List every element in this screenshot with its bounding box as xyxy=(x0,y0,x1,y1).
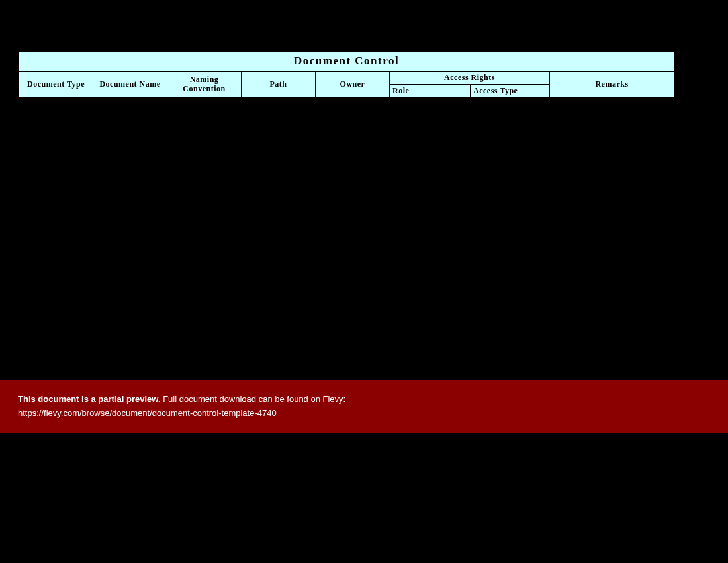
banner-link[interactable]: https://flevy.com/browse/document/docume… xyxy=(18,408,277,418)
banner-bold-text: This document is a partial preview. xyxy=(18,394,161,404)
col-document-name: Document Name xyxy=(93,72,167,97)
col-remarks: Remarks xyxy=(550,72,674,97)
banner-line-1: This document is a partial preview. Full… xyxy=(18,394,728,404)
banner-rest-text: Full document download can be found on F… xyxy=(161,394,346,404)
header-row-1: Document Type Document Name Naming Conve… xyxy=(19,72,674,84)
banner-line-2: https://flevy.com/browse/document/docume… xyxy=(18,408,728,418)
preview-banner: This document is a partial preview. Full… xyxy=(0,380,728,433)
col-access-type: Access Type xyxy=(471,84,550,97)
col-path: Path xyxy=(242,72,316,97)
col-access-rights: Access Rights xyxy=(390,72,550,84)
table-title: Document Control xyxy=(19,52,674,72)
col-role: Role xyxy=(390,84,471,97)
col-owner: Owner xyxy=(316,72,390,97)
document-control-table: Document Control Document Type Document … xyxy=(19,51,674,97)
col-naming-convention-l2: Convention xyxy=(183,84,225,93)
col-naming-convention-l1: Naming xyxy=(190,75,219,84)
col-naming-convention: Naming Convention xyxy=(167,72,242,97)
col-document-type: Document Type xyxy=(19,72,93,97)
title-row: Document Control xyxy=(19,52,674,72)
